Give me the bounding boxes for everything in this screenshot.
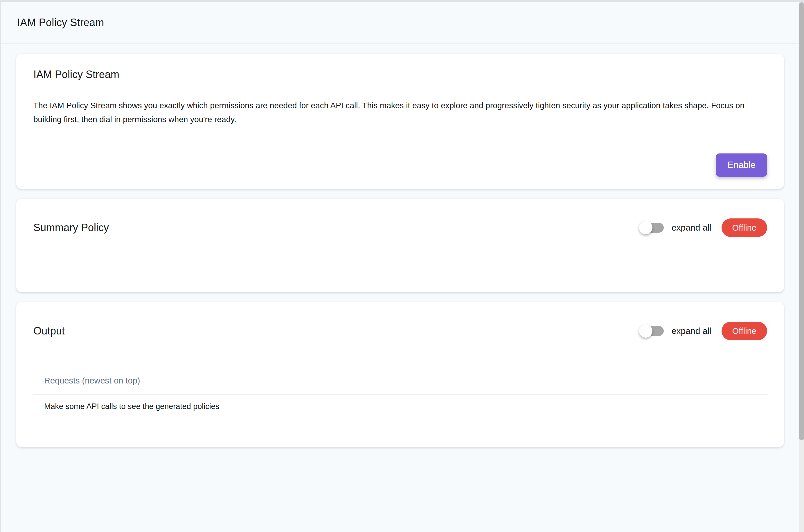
intro-card-actions: Enable <box>33 153 767 177</box>
requests-section: Requests (newest on top) Make some API c… <box>33 375 767 411</box>
intro-card-description: The IAM Policy Stream shows you exactly … <box>33 99 767 127</box>
intro-card: IAM Policy Stream The IAM Policy Stream … <box>16 54 784 189</box>
requests-heading: Requests (newest on top) <box>33 375 767 386</box>
page-header: IAM Policy Stream <box>0 2 804 43</box>
enable-button[interactable]: Enable <box>716 153 767 177</box>
output-expand-label: expand all <box>672 326 711 336</box>
scrollbar-thumb[interactable] <box>799 2 804 440</box>
output-expand-toggle[interactable] <box>639 326 664 336</box>
summary-expand-toggle[interactable] <box>639 223 664 233</box>
summary-policy-card: Summary Policy expand all Offline <box>16 199 784 292</box>
summary-status-badge: Offline <box>721 218 767 237</box>
output-title: Output <box>33 325 65 337</box>
output-header-row: Output expand all Offline <box>33 322 767 340</box>
window-left-edge <box>0 0 1 532</box>
requests-divider <box>33 394 767 395</box>
output-status-badge: Offline <box>721 322 767 340</box>
content-area: IAM Policy Stream The IAM Policy Stream … <box>0 43 804 447</box>
output-card: Output expand all Offline Requests (newe… <box>16 302 784 447</box>
requests-empty-message: Make some API calls to see the generated… <box>33 401 767 411</box>
summary-policy-header-row: Summary Policy expand all Offline <box>33 218 767 237</box>
toggle-knob <box>639 324 653 338</box>
summary-expand-label: expand all <box>672 223 711 233</box>
page-title: IAM Policy Stream <box>17 17 104 29</box>
window-top-edge <box>0 0 804 2</box>
intro-card-title: IAM Policy Stream <box>33 68 767 81</box>
toggle-knob <box>639 221 653 234</box>
summary-policy-title: Summary Policy <box>33 221 109 234</box>
scrollbar <box>799 2 804 532</box>
